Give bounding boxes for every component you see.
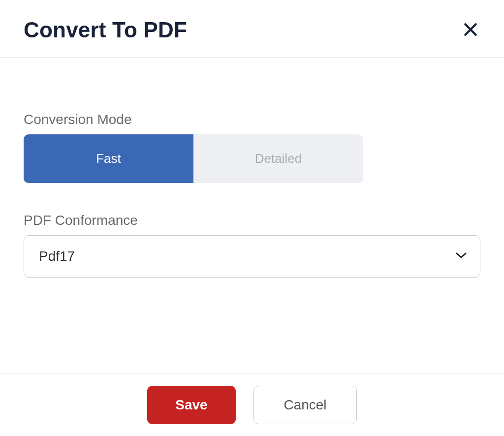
cancel-button[interactable]: Cancel	[253, 386, 357, 424]
conversion-mode-segmented: Fast Detailed	[24, 134, 363, 183]
conversion-mode-detailed[interactable]: Detailed	[193, 134, 363, 183]
dialog-footer: Save Cancel	[0, 374, 504, 436]
close-button[interactable]	[461, 20, 480, 41]
pdf-conformance-select-wrapper: Pdf17	[24, 235, 480, 278]
dialog-header: Convert To PDF	[0, 0, 504, 58]
pdf-conformance-label: PDF Conformance	[24, 213, 480, 228]
save-button[interactable]: Save	[147, 386, 236, 424]
conversion-mode-fast[interactable]: Fast	[24, 134, 193, 183]
dialog-body: Conversion Mode Fast Detailed PDF Confor…	[0, 58, 504, 374]
pdf-conformance-group: PDF Conformance Pdf17	[24, 213, 480, 278]
dialog-title: Convert To PDF	[24, 18, 187, 42]
close-icon	[463, 22, 478, 39]
conversion-mode-group: Conversion Mode Fast Detailed	[24, 112, 480, 183]
pdf-conformance-select[interactable]: Pdf17	[24, 235, 480, 278]
conversion-mode-label: Conversion Mode	[24, 112, 480, 127]
convert-to-pdf-dialog: Convert To PDF Conversion Mode Fast Deta…	[0, 0, 504, 436]
